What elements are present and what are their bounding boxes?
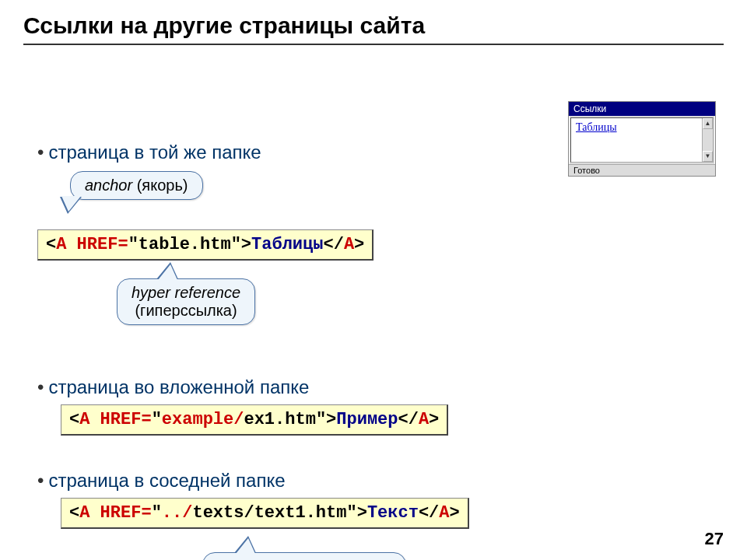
tok: " [152,503,162,523]
code-example-nested-folder: <A HREF="example/ex1.htm">Пример</A> [61,404,448,436]
tok-tag: A [79,410,89,429]
scrollbar[interactable]: ▲ ▼ [702,118,713,162]
tok-path: example/ [162,410,244,429]
tok: </ [419,503,439,523]
slide-title: Ссылки на другие страницы сайта [0,0,747,44]
browser-preview-window: Ссылки Таблицы ▲ ▼ Готово [568,101,716,177]
title-rule [23,44,724,45]
tok: > [357,503,367,523]
bullet-dot-icon: • [37,142,44,163]
bullet-text: страница во вложенной папке [48,376,309,397]
tok-filename: table.htm [139,235,231,254]
code-example-sibling-folder: <A HREF="../texts/text1.htm">Текст</A> [61,498,469,529]
tok-filename: ex1.htm [244,410,315,429]
tok: </ [323,235,343,254]
scroll-down-icon[interactable]: ▼ [703,151,713,162]
tok: > [450,503,460,523]
bullet-same-folder: •страница в той же папке [37,142,261,163]
bullet-text: страница в той же папке [48,142,261,163]
bullet-nested-folder: •страница во вложенной папке [37,376,309,398]
bullet-dot-icon: • [37,470,44,491]
tok: " [152,410,162,429]
tok: > [241,235,251,254]
callout-hyper-term: hyper reference [132,284,240,302]
code-example-same-folder: <A HREF="table.htm">Таблицы</A> [37,229,374,261]
tok: < [69,410,79,429]
tok: " [346,503,356,523]
tok [66,235,76,254]
bullet-text: страница в соседней папке [48,470,285,491]
callout-hyper-translation: (гиперссылка) [132,302,240,320]
browser-hyperlink[interactable]: Таблицы [576,121,617,133]
tok: < [46,235,56,254]
tok: < [69,503,79,523]
tok-attr-name: HREF= [100,410,152,429]
tok-tag: A [419,410,429,429]
tok: " [128,235,139,254]
callout-anchor-term: anchor [85,177,132,194]
tok-tag: A [79,503,89,523]
tok-attr-name: HREF= [100,503,152,523]
browser-titlebar: Ссылки [569,102,715,116]
tok-link-text: Пример [336,410,398,429]
browser-statusbar: Готово [569,164,715,176]
callout-tail-icon [234,536,256,553]
tok: " [231,235,241,254]
callout-anchor: anchor (якорь) [70,171,203,200]
browser-body: Таблицы ▲ ▼ [570,117,714,163]
tok [89,410,100,429]
tok-tag: A [439,503,449,523]
tok-link-text: Таблицы [251,235,323,254]
tok: " [316,410,326,429]
tok-link-text: Текст [367,503,419,523]
tok: > [354,235,364,254]
bullet-sibling-folder: •страница в соседней папке [37,470,286,492]
tok-tag: A [56,235,66,254]
bullet-dot-icon: • [37,376,44,397]
callout-anchor-translation: (якорь) [132,177,188,194]
tok-path: ../ [162,503,193,523]
page-number: 27 [705,529,724,549]
tok-filename: text1.htm [254,503,347,523]
tok-dir: texts/ [192,503,254,523]
callout-exit-folder: выйти из текущей папки [202,552,406,560]
callout-hyper-reference: hyper reference (гиперссылка) [117,278,255,325]
tok: </ [398,410,419,429]
tok-attr-name: HREF= [77,235,128,254]
tok: > [429,410,439,429]
callout-tail-icon [156,262,178,279]
scroll-up-icon[interactable]: ▲ [703,118,713,129]
callout-tail-icon [60,197,82,214]
tok: > [326,410,336,429]
tok-tag: A [344,235,354,254]
tok [89,503,100,523]
